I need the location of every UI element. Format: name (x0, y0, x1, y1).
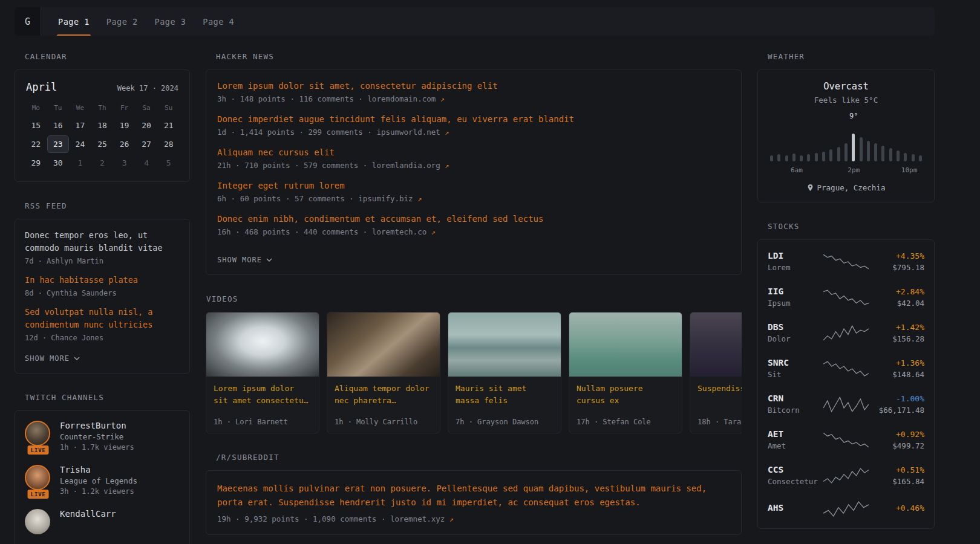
external-link-icon[interactable]: ↗ (431, 228, 436, 236)
video-card[interactable]: Mauris sit amet massa felis 7h · Grayson… (448, 312, 561, 433)
stock-price: $156.28 (869, 334, 924, 343)
hn-story-meta: 3h · 148 points · 116 comments · loremdo… (217, 94, 730, 103)
stock-name: Sit (768, 370, 823, 379)
day-header: Sa (136, 99, 158, 115)
show-more-label: SHOW MORE (217, 256, 262, 264)
calendar-day-next-month: 2 (91, 154, 114, 172)
video-card[interactable]: Nullam posuere cursus ex 17h · Stefan Co… (569, 312, 682, 433)
video-title-link[interactable]: Lorem ipsum dolor sit amet consectetu… (206, 377, 319, 406)
external-link-icon[interactable]: ↗ (449, 515, 454, 523)
rss-item-meta: 12d · Chance Jones (25, 334, 180, 342)
rss-item-link[interactable]: Sed volutpat nulla nisl, a condimentum n… (25, 306, 180, 331)
stock-symbol: IIG (768, 287, 823, 296)
tab-page-1[interactable]: Page 1 (57, 7, 91, 36)
video-thumbnail (690, 312, 742, 377)
weather-hour-bar (860, 137, 863, 161)
twitch-channel-row[interactable]: LIVE ForrestBurton Counter-Strike 1h · 1… (25, 421, 180, 452)
stock-row[interactable]: IIGIpsum +2.84%$42.04 (768, 279, 924, 315)
video-card[interactable]: Lorem ipsum dolor sit amet consectetu… 1… (206, 312, 319, 433)
weather-feels-like: Feels like 5°C (769, 96, 923, 105)
hn-story-link[interactable]: Aliquam nec cursus elit (217, 147, 730, 157)
calendar-day: 16 (47, 117, 70, 134)
video-title-link[interactable]: Suspendisse diam (690, 377, 742, 395)
subreddit-post-link[interactable]: Maecenas mollis pulvinar erat non posuer… (217, 482, 730, 510)
live-badge: LIVE (28, 490, 49, 499)
stock-price: $499.72 (869, 441, 924, 450)
middle-column: HACKER NEWS Lorem ipsum dolor sit amet, … (206, 52, 742, 544)
channel-name: KendallCarr (60, 509, 116, 519)
calendar-day: 15 (25, 117, 47, 134)
twitch-channel-row[interactable]: KendallCarr (25, 509, 180, 534)
rss-item-link[interactable]: Donec tempor eros leo, ut commodo mauris… (25, 229, 180, 254)
external-link-icon[interactable]: ↗ (445, 161, 449, 170)
stock-row[interactable]: AETAmet +0.92%$499.72 (768, 422, 924, 458)
stock-row[interactable]: AHS +0.46% (768, 493, 924, 525)
videos-section: VIDEOS Lorem ipsum dolor sit amet consec… (206, 294, 742, 433)
calendar-day: 27 (136, 135, 158, 153)
calendar-header: April Week 17 · 2024 (25, 80, 180, 99)
hn-story-link[interactable]: Integer eget rutrum lorem (217, 181, 730, 190)
stock-symbol: DBS (768, 322, 823, 332)
tab-page-2[interactable]: Page 2 (105, 7, 139, 36)
twitch-section-title: TWITCH CHANNELS (25, 393, 190, 402)
stock-change: -1.00% (869, 394, 924, 403)
page-tabs: Page 1 Page 2 Page 3 Page 4 (57, 7, 235, 36)
rss-show-more-button[interactable]: SHOW MORE (25, 354, 80, 363)
subreddit-post-meta: 19h · 9,932 points · 1,090 comments · lo… (217, 514, 730, 523)
stock-row[interactable]: DBSDolor +1.42%$156.28 (768, 315, 924, 351)
stock-row[interactable]: CRNBitcorn -1.00%$66,171.48 (768, 386, 924, 422)
channel-game: League of Legends (60, 476, 137, 485)
hn-story: Integer eget rutrum lorem 6h · 60 points… (217, 181, 730, 203)
external-link-icon[interactable]: ↗ (417, 195, 422, 203)
stock-row[interactable]: SNRCSit +1.36%$148.64 (768, 351, 924, 386)
calendar-day-next-month: 4 (136, 154, 158, 172)
stock-row[interactable]: LDILorem +4.35%$795.18 (768, 244, 924, 279)
stock-sparkline (823, 467, 869, 484)
rss-section-title: RSS FEED (25, 201, 190, 210)
stock-price: $795.18 (869, 263, 924, 272)
video-title-link[interactable]: Aliquam tempor dolor nec pharetra… (327, 377, 440, 406)
video-card[interactable]: Aliquam tempor dolor nec pharetra… 1h · … (327, 312, 440, 433)
stock-sparkline (823, 253, 869, 270)
weather-section: WEATHER Overcast Feels like 5°C 9° 6am2p… (757, 52, 935, 202)
hn-story-meta: 1d · 1,414 points · 299 comments · ipsum… (217, 128, 730, 137)
video-title-link[interactable]: Nullam posuere cursus ex (569, 377, 682, 406)
calendar-day-next-month: 3 (113, 154, 136, 172)
calendar-day: 29 (25, 154, 47, 172)
rss-item-meta: 7d · Ashlyn Martin (25, 257, 180, 265)
stock-sparkline (823, 360, 869, 377)
hn-story: Donec enim nibh, condimentum et accumsan… (217, 214, 730, 236)
stock-name: Consectetur (768, 477, 823, 486)
location-pin-icon (807, 184, 814, 192)
channel-name: ForrestBurton (60, 421, 134, 430)
weather-hour-bar (815, 153, 818, 161)
weather-hour-bar (822, 152, 825, 161)
tab-page-4[interactable]: Page 4 (201, 7, 235, 36)
calendar-widget: April Week 17 · 2024 Mo Tu We Th Fr Sa S… (15, 70, 190, 182)
external-link-icon[interactable]: ↗ (440, 95, 445, 103)
rss-item-link[interactable]: In hac habitasse platea (25, 274, 180, 287)
app-logo[interactable]: G (15, 7, 41, 36)
weather-hour-bar (800, 155, 803, 161)
stock-change: +1.42% (869, 323, 924, 332)
day-header: Mo (25, 99, 47, 115)
video-thumbnail (448, 312, 561, 377)
stock-symbol: CRN (768, 393, 823, 403)
stock-symbol: SNRC (768, 358, 823, 368)
tab-page-3[interactable]: Page 3 (154, 7, 188, 36)
hn-show-more-button[interactable]: SHOW MORE (217, 256, 272, 264)
stock-row[interactable]: CCSConsectetur +0.51%$165.84 (768, 458, 924, 493)
stock-price: $42.04 (869, 299, 924, 308)
hn-story-link[interactable]: Donec enim nibh, condimentum et accumsan… (217, 214, 730, 224)
twitch-channel-row[interactable]: LIVE Trisha League of Legends 3h · 1.2k … (25, 465, 180, 496)
hn-story-link[interactable]: Donec imperdiet augue tincidunt felis al… (217, 114, 730, 124)
hackernews-widget: Lorem ipsum dolor sit amet, consectetur … (206, 70, 742, 275)
external-link-icon[interactable]: ↗ (445, 128, 449, 137)
calendar-day: 24 (69, 135, 91, 153)
hn-story-link[interactable]: Lorem ipsum dolor sit amet, consectetur … (217, 81, 730, 91)
video-title-link[interactable]: Mauris sit amet massa felis (448, 377, 561, 406)
weather-hour-bar (889, 148, 892, 161)
weather-hour-bar (777, 154, 780, 161)
calendar-day-next-month: 1 (69, 154, 91, 172)
video-card[interactable]: Suspendisse diam 18h · Tara (690, 312, 742, 433)
